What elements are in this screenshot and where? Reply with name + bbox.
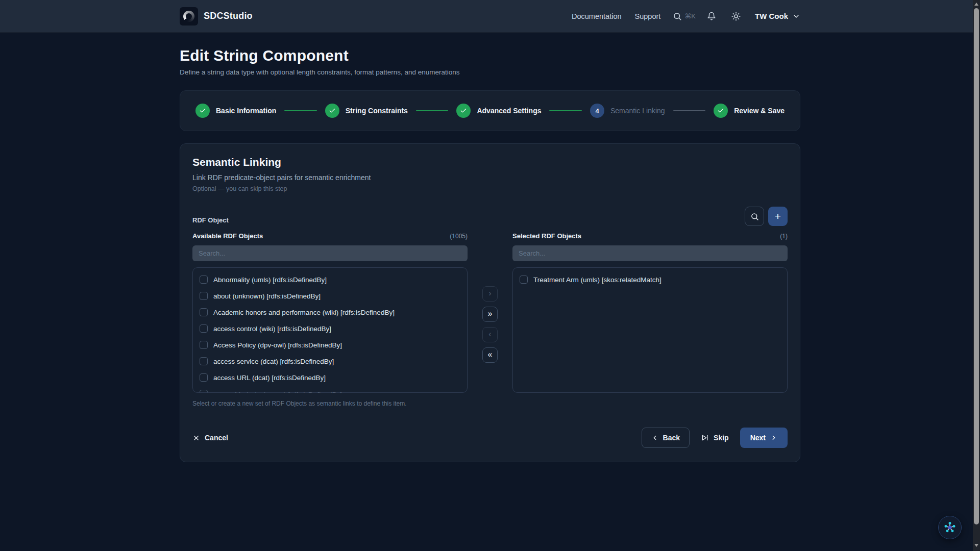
step-connector: [284, 110, 317, 111]
move-right-button[interactable]: ›: [482, 286, 498, 302]
brand-name: SDCStudio: [204, 11, 253, 21]
rdf-object-row[interactable]: Access Policy (dpv-owl) [rdfs:isDefinedB…: [193, 337, 467, 353]
rdf-object-label: accessMode (unknown) [rdfs:isDefinedBy]: [213, 390, 342, 393]
step-connector: [416, 110, 449, 111]
checkbox[interactable]: [200, 390, 208, 393]
wizard-stepper: Basic Information String Constraints Adv…: [180, 90, 800, 131]
rdf-object-label: Treatment Arm (umls) [skos:relatedMatch]: [533, 276, 662, 284]
transfer-controls: › » ‹ «: [476, 256, 504, 393]
user-menu[interactable]: TW Cook: [755, 12, 800, 20]
chevron-left-icon: [651, 434, 658, 441]
app-logo-icon: [180, 7, 198, 26]
rdf-object-label: Academic honors and performance (wiki) […: [213, 309, 395, 316]
step-connector: [673, 110, 706, 111]
checkbox[interactable]: [200, 357, 208, 365]
step-label: Advanced Settings: [477, 107, 541, 115]
molecule-graph-icon: [943, 521, 957, 534]
available-rdf-objects-panel: Available RDF Objects (1005) Abnormality…: [192, 232, 468, 393]
header-nav: Documentation Support ⌘K TW Cook: [558, 12, 800, 21]
rdf-object-row[interactable]: Treatment Arm (umls) [skos:relatedMatch]: [513, 271, 787, 288]
step-connector: [549, 110, 582, 111]
scrollbar-down-arrow[interactable]: [974, 544, 978, 547]
step-complete-check-icon: [195, 104, 210, 118]
available-label: Available RDF Objects: [192, 232, 263, 240]
checkbox[interactable]: [200, 341, 208, 349]
step-semantic-linking-current[interactable]: 4 Semantic Linking: [590, 104, 665, 118]
user-name: TW Cook: [755, 12, 788, 20]
nav-support-link[interactable]: Support: [635, 12, 661, 20]
rdf-object-row[interactable]: access service (dcat) [rdfs:isDefinedBy]: [193, 353, 467, 369]
rdf-object-label: access service (dcat) [rdfs:isDefinedBy]: [213, 358, 334, 365]
step-complete-check-icon: [456, 104, 471, 118]
page-title: Edit String Component: [180, 47, 800, 64]
skip-forward-icon: [701, 434, 709, 442]
available-count: (1005): [450, 233, 468, 240]
skip-button[interactable]: Skip: [701, 434, 729, 442]
rdf-object-field-label: RDF Object: [192, 216, 229, 226]
checkbox[interactable]: [200, 276, 208, 284]
step-label: Semantic Linking: [610, 107, 665, 115]
rdf-object-row[interactable]: about (unknown) [rdfs:isDefinedBy]: [193, 288, 467, 304]
move-all-right-button[interactable]: »: [482, 307, 498, 322]
nav-documentation-link[interactable]: Documentation: [572, 12, 622, 20]
rdf-helper-text: Select or create a new set of RDF Object…: [192, 400, 788, 407]
next-button[interactable]: Next: [740, 428, 788, 448]
selected-rdf-objects-panel: Selected RDF Objects (1) Treatment Arm (…: [512, 232, 788, 393]
step-advanced-settings[interactable]: Advanced Settings: [456, 104, 541, 118]
step-basic-information[interactable]: Basic Information: [195, 104, 276, 118]
move-all-left-button[interactable]: «: [482, 347, 498, 363]
checkbox[interactable]: [200, 373, 208, 382]
selected-search-input[interactable]: [512, 245, 788, 261]
rdf-object-label: about (unknown) [rdfs:isDefinedBy]: [213, 292, 321, 300]
step-label: String Constraints: [346, 107, 408, 115]
next-label: Next: [750, 434, 766, 442]
assistant-fab-button[interactable]: [938, 516, 962, 539]
wizard-footer: Cancel Back Skip Next: [192, 428, 788, 448]
add-rdf-object-button[interactable]: +: [768, 207, 788, 226]
rdf-object-row[interactable]: accessMode (unknown) [rdfs:isDefinedBy]: [193, 386, 467, 393]
available-listbox: Abnormality (umls) [rdfs:isDefinedBy] ab…: [192, 267, 468, 393]
rdf-object-row[interactable]: Academic honors and performance (wiki) […: [193, 304, 467, 320]
checkbox[interactable]: [520, 276, 528, 284]
selected-label: Selected RDF Objects: [512, 232, 581, 240]
scrollbar-thumb[interactable]: [974, 8, 979, 524]
step-review-save[interactable]: Review & Save: [714, 104, 785, 118]
chevron-right-icon: [770, 434, 777, 441]
card-description: Link RDF predicate-object pairs for sema…: [192, 173, 788, 182]
checkbox[interactable]: [200, 292, 208, 300]
step-number-badge: 4: [590, 104, 604, 118]
theme-toggle-sun-icon[interactable]: [731, 12, 741, 21]
scrollbar-up-arrow[interactable]: [974, 3, 978, 6]
back-label: Back: [663, 434, 680, 442]
rdf-search-button[interactable]: [745, 207, 764, 226]
page-subtitle: Define a string data type with optional …: [180, 68, 800, 76]
selected-count: (1): [780, 233, 788, 240]
available-search-input[interactable]: [192, 245, 468, 261]
brand-home-link[interactable]: SDCStudio: [180, 7, 253, 26]
rdf-object-label: access URL (dcat) [rdfs:isDefinedBy]: [213, 374, 326, 382]
back-button[interactable]: Back: [642, 428, 690, 448]
card-optional-note: Optional — you can skip this step: [192, 185, 788, 192]
move-left-button[interactable]: ‹: [482, 327, 498, 342]
selected-listbox: Treatment Arm (umls) [skos:relatedMatch]: [512, 267, 788, 393]
step-string-constraints[interactable]: String Constraints: [325, 104, 408, 118]
page-scrollbar[interactable]: [973, 0, 980, 551]
step-complete-check-icon: [325, 104, 339, 118]
checkbox[interactable]: [200, 324, 208, 333]
app-header: SDCStudio Documentation Support ⌘K TW Co…: [0, 0, 980, 33]
checkbox[interactable]: [200, 308, 208, 316]
search-icon[interactable]: [673, 12, 682, 21]
cancel-label: Cancel: [205, 434, 228, 442]
rdf-object-row[interactable]: access control (wiki) [rdfs:isDefinedBy]: [193, 320, 467, 337]
step-complete-check-icon: [714, 104, 728, 118]
main-content: Edit String Component Define a string da…: [180, 47, 800, 462]
close-icon: [192, 434, 200, 442]
rdf-object-row[interactable]: Abnormality (umls) [rdfs:isDefinedBy]: [193, 271, 467, 288]
notifications-bell-icon[interactable]: [707, 12, 716, 21]
rdf-object-row[interactable]: access URL (dcat) [rdfs:isDefinedBy]: [193, 369, 467, 386]
search-icon: [750, 212, 759, 221]
rdf-object-label: Access Policy (dpv-owl) [rdfs:isDefinedB…: [213, 341, 342, 349]
cancel-button[interactable]: Cancel: [192, 434, 228, 442]
card-title: Semantic Linking: [192, 156, 788, 168]
semantic-linking-card: Semantic Linking Link RDF predicate-obje…: [180, 143, 800, 462]
